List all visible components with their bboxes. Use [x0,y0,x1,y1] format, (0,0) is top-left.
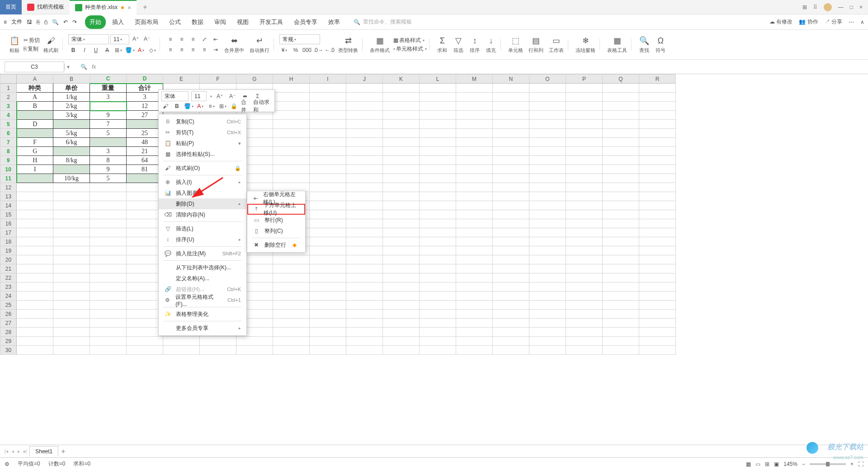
cell-I30[interactable] [310,346,346,355]
cell-D13[interactable] [127,192,163,201]
cell-B4[interactable]: 3/kg [53,111,90,120]
cell-C12[interactable] [90,183,127,192]
close-icon[interactable]: × [127,4,131,11]
cell-D7[interactable]: 48 [127,138,163,147]
mini-inc-font[interactable]: A⁺ [215,92,225,101]
submenu-shift-up[interactable]: ⇡下方单元格上移(U) [247,204,305,215]
cell-K30[interactable] [383,346,420,355]
cell-M26[interactable] [456,310,493,319]
cell-J2[interactable] [346,93,383,102]
cell-J15[interactable] [346,210,383,219]
cell-K8[interactable] [383,147,420,156]
cell-N3[interactable] [493,102,529,111]
cell-Q29[interactable] [603,337,639,346]
cell-M14[interactable] [456,201,493,210]
cell-B8[interactable] [53,147,90,156]
cell-O5[interactable] [529,120,566,129]
cell-R23[interactable] [639,282,676,291]
cell-B24[interactable] [53,291,90,301]
cell-N1[interactable] [493,84,529,93]
sheet-nav-next[interactable]: ▸ [18,449,20,454]
cell-I14[interactable] [310,201,346,210]
export-icon[interactable]: ⎘ [37,19,40,25]
minimize-button[interactable]: — [838,4,844,10]
cell-M18[interactable] [456,237,493,246]
cell-A2[interactable]: A [17,93,53,102]
cell-B9[interactable]: 8/kg [53,156,90,165]
cell-N30[interactable] [493,346,529,355]
rowcol-button[interactable]: ▤行和列 [527,35,545,54]
zoom-in-button[interactable]: + [850,461,854,467]
menu-copy[interactable]: ⎘复制(C)Ctrl+C [159,116,246,127]
cell-A16[interactable] [17,219,53,228]
cell-A5[interactable]: D [17,120,53,129]
cell-N2[interactable] [493,93,529,102]
cell-L25[interactable] [420,301,456,310]
cell-L4[interactable] [420,111,456,120]
cell-L30[interactable] [420,346,456,355]
cell-J22[interactable] [346,273,383,282]
cell-R13[interactable] [639,192,676,201]
fill-color-button[interactable]: 🪣▾ [125,46,135,55]
cell-B3[interactable]: 2/kg [53,102,90,111]
cell-Q17[interactable] [603,228,639,237]
cell-O15[interactable] [529,210,566,219]
cell-R10[interactable] [639,165,676,174]
thousand-icon[interactable]: 000 [302,46,312,55]
cell-J8[interactable] [346,147,383,156]
cell-H6[interactable] [273,129,310,138]
cell-C29[interactable] [90,337,127,346]
cell-R4[interactable] [639,111,676,120]
cell-N5[interactable] [493,120,529,129]
cell-N26[interactable] [493,310,529,319]
cell-P15[interactable] [566,210,603,219]
cell-D21[interactable] [127,264,163,273]
menu-insert[interactable]: ⊕插入(I)▸ [159,177,246,188]
cell-P26[interactable] [566,310,603,319]
cell-M20[interactable] [456,255,493,264]
col-header-K[interactable]: K [383,75,420,84]
cell-I28[interactable] [310,328,346,337]
cell-H29[interactable] [273,337,310,346]
col-header-J[interactable]: J [346,75,383,84]
cell-J3[interactable] [346,102,383,111]
mini-font-size[interactable]: 11 [191,91,207,101]
cell-D10[interactable]: 81 [127,165,163,174]
cell-L1[interactable] [420,84,456,93]
cell-A24[interactable] [17,291,53,301]
cell-B7[interactable]: 6/kg [53,138,90,147]
cell-K21[interactable] [383,264,420,273]
cell-M25[interactable] [456,301,493,310]
cell-O7[interactable] [529,138,566,147]
cell-Q14[interactable] [603,201,639,210]
cell-K15[interactable] [383,210,420,219]
cell-K22[interactable] [383,273,420,282]
apps-icon[interactable]: ⠿ [813,4,817,10]
cell-C26[interactable] [90,310,127,319]
cell-J30[interactable] [346,346,383,355]
cell-O25[interactable] [529,301,566,310]
cell-I3[interactable] [310,102,346,111]
col-header-Q[interactable]: Q [603,75,639,84]
cell-O16[interactable] [529,219,566,228]
cell-C1[interactable]: 重量 [90,84,127,93]
cell-D25[interactable] [127,301,163,310]
cell-K4[interactable] [383,111,420,120]
cell-Q24[interactable] [603,291,639,301]
cell-C25[interactable] [90,301,127,310]
cell-P3[interactable] [566,102,603,111]
cell-D4[interactable]: 27 [127,111,163,120]
cell-D19[interactable] [127,246,163,255]
cell-M7[interactable] [456,138,493,147]
cell-B5[interactable] [53,120,90,129]
row-header-19[interactable]: 19 [0,246,17,255]
cell-C9[interactable]: 8 [90,156,127,165]
cell-J18[interactable] [346,237,383,246]
cell-M10[interactable] [456,165,493,174]
row-header-21[interactable]: 21 [0,264,17,273]
cell-N29[interactable] [493,337,529,346]
row-header-26[interactable]: 26 [0,310,17,319]
cell-O26[interactable] [529,310,566,319]
cell-M22[interactable] [456,273,493,282]
cell-A21[interactable] [17,264,53,273]
